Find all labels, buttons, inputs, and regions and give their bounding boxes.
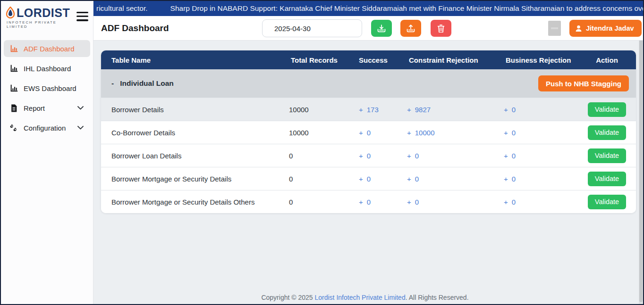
validate-button[interactable]: Validate	[588, 102, 626, 117]
table-row: Borrower Mortgage or Security Details Ot…	[101, 190, 636, 213]
sidebar-logo-row: LORDIST INFOTECH PRIVATE LIMITED	[1, 1, 93, 33]
expand-plus-link[interactable]: +	[407, 129, 411, 137]
expand-plus-link[interactable]: +	[359, 175, 363, 183]
business-rejection-count-link[interactable]: 0	[512, 106, 516, 114]
table-row: Borrower Details 10000 +173 +9827 +0 Val…	[101, 98, 636, 121]
footer-company-link[interactable]: Lordist Infotech Private Limited	[314, 294, 405, 301]
sidebar-item-report[interactable]: Report	[4, 99, 90, 116]
expand-plus-link[interactable]: +	[504, 198, 508, 206]
constraint-rejection-count-link[interactable]: 0	[415, 198, 419, 206]
table-name-cell: Borrower Mortgage or Security Details	[101, 175, 285, 183]
validate-button[interactable]: Validate	[588, 148, 626, 163]
expand-plus-link[interactable]: +	[504, 175, 508, 183]
ticker-item: Sharp Drop in NABARD Support: Karnataka …	[148, 4, 643, 13]
expand-plus-link[interactable]: +	[359, 129, 363, 137]
table-name-cell: Borrower Mortgage or Security Details Ot…	[101, 198, 285, 206]
table-header-row: Table Name Total Records Success Constra…	[101, 50, 636, 69]
total-records-cell: 10000	[285, 106, 342, 114]
disabled-gray-button[interactable]	[548, 21, 561, 36]
sidebar-item-adf-dashboard[interactable]: ADF Dashboard	[4, 40, 90, 57]
total-records-cell: 0	[285, 152, 342, 160]
trash-icon	[437, 25, 445, 33]
constraint-rejection-count-link[interactable]: 9827	[415, 106, 431, 114]
business-rejection-count-link[interactable]: 0	[512, 129, 516, 137]
sidebar-item-ihl-dashboard[interactable]: IHL Dashboard	[4, 60, 90, 77]
app-window: LORDIST INFOTECH PRIVATE LIMITED ADF Das…	[0, 0, 644, 305]
user-icon	[575, 25, 582, 32]
download-icon	[377, 25, 386, 33]
group-label: Individual Loan	[120, 79, 174, 88]
table-row: Borrower Loan Details 0 +0 +0 +0 Validat…	[101, 144, 636, 167]
success-count-link[interactable]: 0	[367, 152, 371, 160]
footer-text: . All Rights Reserved.	[406, 294, 469, 301]
constraint-rejection-count-link[interactable]: 10000	[415, 129, 435, 137]
upload-button[interactable]	[400, 20, 421, 37]
expand-plus-link[interactable]: +	[359, 106, 363, 114]
business-rejection-count-link[interactable]: 0	[512, 152, 516, 160]
sidebar-item-label: ADF Dashboard	[24, 45, 75, 53]
business-rejection-count-link[interactable]: 0	[512, 198, 516, 206]
success-count-link[interactable]: 0	[367, 175, 371, 183]
expand-plus-link[interactable]: +	[504, 129, 508, 137]
download-button[interactable]	[371, 20, 392, 37]
user-profile-button[interactable]: Jitendra Jadav	[569, 20, 642, 37]
table-name-cell: Borrower Details	[101, 106, 285, 114]
total-records-cell: 0	[285, 175, 342, 183]
sidebar-menu: ADF Dashboard IHL Dashboard EWS Dashboar…	[1, 40, 93, 136]
expand-plus-link[interactable]: +	[359, 198, 363, 206]
success-count-link[interactable]: 0	[367, 198, 371, 206]
brand-name: LORDIST	[17, 7, 70, 19]
sidebar-item-ews-dashboard[interactable]: EWS Dashboard	[4, 80, 90, 97]
vertical-scrollbar[interactable]	[639, 16, 643, 304]
user-name: Jitendra Jadav	[586, 25, 634, 32]
main-content: Table Name Total Records Success Constra…	[93, 41, 643, 304]
expand-plus-link[interactable]: +	[407, 175, 411, 183]
collapse-toggle-icon[interactable]: -	[111, 79, 114, 88]
date-input[interactable]	[262, 19, 362, 37]
chevron-down-icon[interactable]	[77, 106, 84, 110]
delete-button[interactable]	[431, 20, 451, 37]
chevron-down-icon[interactable]	[77, 126, 84, 130]
logo-flame-icon	[6, 7, 15, 19]
bar-chart-icon	[9, 64, 18, 73]
scrollbar-thumb[interactable]	[639, 18, 643, 302]
gears-icon	[9, 124, 18, 132]
expand-plus-link[interactable]: +	[407, 198, 411, 206]
table-name-cell: Co-Borrower Details	[101, 129, 285, 137]
expand-plus-link[interactable]: +	[504, 152, 508, 160]
validate-button[interactable]: Validate	[588, 172, 626, 186]
document-icon	[9, 104, 18, 112]
group-row-individual-loan: - Individual Loan Push to NHB Stagging	[101, 69, 636, 98]
bar-chart-icon	[9, 84, 18, 92]
column-header-table-name: Table Name	[101, 56, 285, 64]
sidebar-item-label: Report	[24, 104, 45, 112]
page-title: ADF Dashboard	[101, 23, 169, 33]
success-count-link[interactable]: 0	[367, 129, 371, 137]
data-table-card: Table Name Total Records Success Constra…	[101, 50, 636, 213]
upload-icon	[407, 25, 415, 33]
constraint-rejection-count-link[interactable]: 0	[415, 152, 419, 160]
sidebar-item-configuration[interactable]: Configuration	[4, 119, 90, 136]
constraint-rejection-count-link[interactable]: 0	[415, 175, 419, 183]
success-count-link[interactable]: 173	[367, 106, 379, 114]
bar-chart-icon	[9, 44, 18, 53]
table-name-cell: Borrower Loan Details	[101, 152, 285, 160]
total-records-cell: 10000	[285, 129, 342, 137]
brand-tagline: INFOTECH PRIVATE LIMITED	[6, 20, 76, 29]
expand-plus-link[interactable]: +	[407, 152, 411, 160]
total-records-cell: 0	[285, 198, 342, 206]
expand-plus-link[interactable]: +	[504, 106, 508, 114]
sidebar: LORDIST INFOTECH PRIVATE LIMITED ADF Das…	[1, 1, 93, 304]
sidebar-item-label: IHL Dashboard	[24, 65, 71, 73]
push-to-nhb-stagging-button[interactable]: Push to NHB Stagging	[538, 75, 629, 91]
top-bar: ADF Dashboard Jitendra Jadav	[93, 16, 643, 41]
table-row: Borrower Mortgage or Security Details 0 …	[101, 167, 636, 190]
business-rejection-count-link[interactable]: 0	[512, 175, 516, 183]
expand-plus-link[interactable]: +	[407, 106, 411, 114]
validate-button[interactable]: Validate	[588, 195, 626, 209]
column-header-business-rejection: Business Rejection	[500, 56, 578, 64]
footer-text: Copyright © 2025	[261, 294, 314, 301]
validate-button[interactable]: Validate	[588, 125, 626, 140]
expand-plus-link[interactable]: +	[359, 152, 363, 160]
hamburger-menu-icon[interactable]	[76, 12, 88, 21]
